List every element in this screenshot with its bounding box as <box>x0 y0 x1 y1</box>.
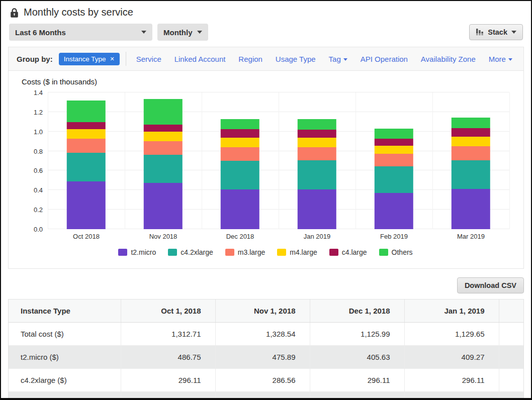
legend-label: m3.large <box>238 248 265 256</box>
bar-segment-c4.2xlarge[interactable] <box>221 161 259 190</box>
group-by-option-label: Service <box>136 55 161 63</box>
legend-swatch <box>379 249 388 256</box>
group-by-bar: Group by: Instance Type ✕ ServiceLinked … <box>9 47 523 71</box>
bar-segment-m3.large[interactable] <box>452 146 490 160</box>
bar-segment-Others[interactable] <box>452 118 490 128</box>
group-by-option-api-operation[interactable]: API Operation <box>361 55 408 63</box>
bar-segment-c4.2xlarge[interactable] <box>375 166 413 193</box>
value-cell-empty <box>499 323 523 346</box>
group-by-options: ServiceLinked AccountRegionUsage TypeTag… <box>132 55 515 63</box>
x-axis-tick-label: Feb 2019 <box>356 233 432 240</box>
legend-swatch <box>168 249 177 256</box>
bar-segment-m4.large[interactable] <box>375 146 413 154</box>
bar-segment-m3.large[interactable] <box>298 147 336 160</box>
table-body: Total cost ($)1,312.711,328.541,125.991,… <box>9 323 523 398</box>
chevron-down-icon <box>343 58 347 61</box>
value-cell: 1,129.65 <box>404 323 499 346</box>
bar-segment-c4.large[interactable] <box>452 128 490 137</box>
bar-column <box>356 92 432 229</box>
active-group-chip[interactable]: Instance Type ✕ <box>59 53 120 65</box>
y-axis-tick-label: 0.8 <box>34 147 43 155</box>
bar-segment-t2.micro[interactable] <box>375 193 413 229</box>
bar-segment-m4.large[interactable] <box>221 138 259 147</box>
bar-segment-c4.2xlarge[interactable] <box>452 160 490 189</box>
column-header-cell: Jan 1, 2019 <box>404 299 499 323</box>
cost-explorer-widget: Monthly costs by service Last 6 Months M… <box>0 0 532 400</box>
x-axis-labels: Oct 2018Nov 2018Dec 2018Jan 2019Feb 2019… <box>48 229 509 240</box>
group-by-option-usage-type[interactable]: Usage Type <box>276 55 316 63</box>
value-cell-empty <box>404 392 499 398</box>
download-csv-button[interactable]: Download CSV <box>457 277 524 293</box>
x-axis-tick-label: Dec 2018 <box>202 233 279 240</box>
group-by-option-tag[interactable]: Tag <box>329 55 347 63</box>
chevron-down-icon <box>197 31 202 34</box>
legend-swatch <box>225 249 234 256</box>
remove-filter-icon[interactable]: ✕ <box>110 56 114 62</box>
bar-segment-m3.large[interactable] <box>221 147 259 161</box>
bar-segment-t2.micro[interactable] <box>221 189 259 229</box>
bar-segment-t2.micro[interactable] <box>298 189 336 229</box>
group-by-option-label: API Operation <box>361 55 408 63</box>
column-header-cell-empty <box>499 299 523 323</box>
lock-icon <box>10 8 19 18</box>
group-by-option-linked-account[interactable]: Linked Account <box>174 55 226 63</box>
group-by-option-service[interactable]: Service <box>136 55 161 63</box>
bar-segment-m3.large[interactable] <box>144 141 182 155</box>
group-by-option-region[interactable]: Region <box>238 55 262 63</box>
table-header-row: Instance TypeOct 1, 2018Nov 1, 2018Dec 1… <box>9 299 523 323</box>
legend-label: c4.large <box>342 248 367 256</box>
table-row: t2.micro ($)486.75475.89405.63409.27 <box>9 346 523 369</box>
bar-segment-Others[interactable] <box>375 129 413 139</box>
date-range-value: Last 6 Months <box>15 28 66 37</box>
group-by-option-availability-zone[interactable]: Availability Zone <box>421 55 476 63</box>
date-range-dropdown[interactable]: Last 6 Months <box>9 24 152 41</box>
chart-style-value: Stack <box>488 28 507 36</box>
row-label-cell: Total cost ($) <box>9 323 121 346</box>
bar-segment-Others[interactable] <box>144 99 182 125</box>
value-cell: 296.11 <box>121 369 215 392</box>
bar-segment-Others[interactable] <box>67 101 105 122</box>
bar-segment-c4.2xlarge[interactable] <box>298 160 336 189</box>
value-cell-empty <box>9 392 121 398</box>
bar-segment-t2.micro[interactable] <box>144 183 182 229</box>
x-axis-tick-label: Nov 2018 <box>125 233 202 240</box>
group-by-option-more[interactable]: More <box>489 55 512 63</box>
value-cell-empty <box>310 392 404 398</box>
bar-segment-c4.large[interactable] <box>221 129 259 138</box>
bar-segment-c4.2xlarge[interactable] <box>67 153 105 182</box>
y-axis-tick-label: 1.4 <box>34 89 43 96</box>
bar-segment-t2.micro[interactable] <box>67 181 105 229</box>
bar-segment-c4.large[interactable] <box>144 125 182 132</box>
bar-segment-c4.large[interactable] <box>375 139 413 146</box>
group-by-option-label: Linked Account <box>174 55 226 63</box>
page-title: Monthly costs by service <box>24 7 133 18</box>
y-axis-tick-label: 0.0 <box>34 226 43 233</box>
bar-segment-m4.large[interactable] <box>298 138 336 147</box>
bar-segment-m4.large[interactable] <box>67 129 105 138</box>
bar-segment-m4.large[interactable] <box>452 137 490 146</box>
granularity-dropdown[interactable]: Monthly <box>157 24 208 41</box>
bar-segment-c4.large[interactable] <box>67 122 105 130</box>
bar-segment-t2.micro[interactable] <box>452 189 490 229</box>
bar-segment-Others[interactable] <box>221 119 259 130</box>
bar-column <box>202 92 279 229</box>
column-header-cell: Oct 1, 2018 <box>121 299 215 323</box>
x-axis-tick-label: Jan 2019 <box>279 233 356 240</box>
chart-style-dropdown[interactable]: Stack <box>469 24 523 40</box>
bar-segment-c4.2xlarge[interactable] <box>144 155 182 183</box>
bar-segment-c4.large[interactable] <box>298 130 336 138</box>
chart-title: Costs ($ in thousands) <box>22 77 509 86</box>
bar-segment-m4.large[interactable] <box>144 132 182 141</box>
bar-column <box>279 92 356 229</box>
bar-segment-m3.large[interactable] <box>67 139 105 153</box>
bar-segment-Others[interactable] <box>298 119 336 130</box>
widget-header: Monthly costs by service <box>1 1 531 20</box>
value-cell: 486.75 <box>121 346 215 369</box>
chart-section: Costs ($ in thousands) 0.00.20.40.60.81.… <box>9 71 523 268</box>
bar-segment-m3.large[interactable] <box>375 154 413 166</box>
stacked-bar <box>144 99 182 229</box>
active-group-chip-label: Instance Type <box>64 55 106 63</box>
legend-item-c4.2xlarge: c4.2xlarge <box>168 248 213 256</box>
legend-item-t2.micro: t2.micro <box>118 248 156 256</box>
value-cell: 1,328.54 <box>215 323 310 346</box>
